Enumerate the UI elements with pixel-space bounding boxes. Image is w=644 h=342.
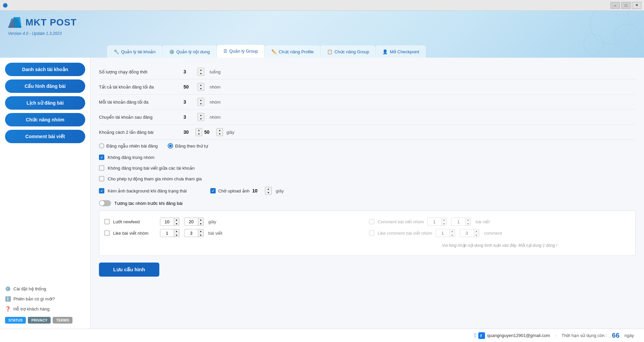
sidebar: Danh sách tài khoản Cấu hình đăng bài Lị… xyxy=(0,58,91,329)
luot-newfeed-spinner2[interactable]: ▲ ▼ xyxy=(184,218,204,226)
tat-ca-up[interactable]: ▲ xyxy=(198,83,204,87)
cai-dat-he-thong-link[interactable]: ⚙️ Cài đặt hệ thống xyxy=(5,285,85,292)
radio-thu-tu[interactable]: Đăng theo thứ tự xyxy=(168,143,208,149)
cho-phep-tu-dong-tham-gia-checkbox[interactable] xyxy=(99,176,104,181)
khoang-cach-spinner2[interactable]: ▲ ▼ xyxy=(216,128,223,136)
tab-quan-ly-noi-dung[interactable]: ⚙️ Quản lý nội dung xyxy=(163,46,216,58)
luot-newfeed-up1[interactable]: ▲ xyxy=(174,218,179,222)
khoang-cach-value1: 30 xyxy=(183,129,194,135)
terms-tag[interactable]: TERMS xyxy=(53,317,72,324)
so-luong-unit: luồng xyxy=(210,69,221,74)
comment-bai-viet-nhom-input1 xyxy=(428,218,441,225)
moi-tai-khoan-spinner[interactable]: ▲ ▼ xyxy=(198,98,204,106)
like-bai-viet-nhom-down2[interactable]: ▼ xyxy=(198,233,203,237)
like-bai-viet-nhom-spinner2[interactable]: ▲ ▼ xyxy=(184,229,204,237)
moi-tai-khoan-up[interactable]: ▲ xyxy=(198,98,204,102)
chuyen-tai-khoan-down[interactable]: ▼ xyxy=(198,117,204,121)
tab-icon-quan-ly-tai-khoan: 🔧 xyxy=(114,49,119,54)
khoang-cach-spinner1[interactable]: ▲ ▼ xyxy=(196,128,202,136)
like-comment-bai-viet-nhom-checkbox[interactable] xyxy=(369,230,374,236)
khong-dang-trung-bai-viet-checkbox[interactable] xyxy=(99,165,104,171)
minimize-button[interactable]: – xyxy=(610,2,620,9)
status-tag[interactable]: STATUS xyxy=(5,317,26,324)
chuyen-tai-khoan-spinner[interactable]: ▲ ▼ xyxy=(198,113,204,121)
like-bai-viet-nhom-input1[interactable] xyxy=(160,229,174,237)
cho-upload-anh-up[interactable]: ▲ xyxy=(265,187,271,191)
so-luong-up[interactable]: ▲ xyxy=(198,68,204,72)
radio-ngau-nhien[interactable]: Đăng ngẫu nhiên bài đăng xyxy=(99,143,158,149)
sidebar-tags: STATUS PRIVACY TERMS xyxy=(5,317,85,324)
maximize-button[interactable]: □ xyxy=(621,2,631,9)
kem-anh-background-checkbox[interactable] xyxy=(99,188,104,193)
comment-bai-viet-nhom-checkbox[interactable] xyxy=(369,219,374,224)
privacy-tag[interactable]: PRIVACY xyxy=(28,317,51,324)
tab-quan-ly-tai-khoan[interactable]: 🔧 Quản lý tài khoản xyxy=(107,46,162,58)
so-luong-spinner[interactable]: ▲ ▼ xyxy=(198,68,204,76)
luot-newfeed-input2[interactable] xyxy=(184,218,198,225)
help-icon: ❓ xyxy=(5,306,11,311)
like-comment-input2 xyxy=(460,229,474,237)
tab-chuc-nang-profile[interactable]: ✏️ Chức năng Profile xyxy=(265,46,320,58)
danh-sach-tai-khoan-button[interactable]: Danh sách tài khoản xyxy=(5,63,85,76)
like-comment-input1 xyxy=(436,229,449,237)
comment-bai-viet-nhom-down2: ▼ xyxy=(465,222,471,226)
like-bai-viet-nhom-spinner1[interactable]: ▲ ▼ xyxy=(160,229,179,237)
luot-newfeed-input1[interactable] xyxy=(160,218,174,225)
comment-bai-viet-nhom-unit: bài viết xyxy=(476,219,490,224)
close-button[interactable]: ✕ xyxy=(632,2,641,9)
comment-bai-viet-nhom-spinner1-btns: ▲ ▼ xyxy=(441,218,446,226)
phien-ban-moi-link[interactable]: ℹ️ Phiên bản có gì mới? xyxy=(5,295,85,302)
ho-tro-khach-hang-link[interactable]: ❓ Hỗ trợ khách hàng xyxy=(5,305,85,312)
like-bai-viet-nhom-down1[interactable]: ▼ xyxy=(174,233,179,237)
comment-placeholder-text: Vui lòng nhập nội dung bình luận vào đây… xyxy=(369,240,630,250)
like-bai-viet-nhom-checkbox[interactable] xyxy=(104,230,110,236)
cau-hinh-dang-bai-button[interactable]: Cấu hình đăng bài xyxy=(5,79,85,93)
khoang-cach-up2[interactable]: ▲ xyxy=(217,128,223,132)
so-luong-label: Số lượng chạy đồng thời xyxy=(99,69,179,74)
tat-ca-label: Tất cả tài khoản đăng tối đa xyxy=(99,84,179,90)
fb-icon-svg: f xyxy=(478,332,485,339)
tat-ca-spinner[interactable]: ▲ ▼ xyxy=(198,83,204,91)
luot-newfeed-down2[interactable]: ▼ xyxy=(198,222,203,226)
tat-ca-down[interactable]: ▼ xyxy=(198,87,204,91)
luot-newfeed-up2[interactable]: ▲ xyxy=(198,218,203,222)
comment-bai-viet-nhom-spinner1: ▲ ▼ xyxy=(427,218,447,226)
comment-bai-viet-nhom-down1: ▼ xyxy=(441,222,446,226)
tuong-tac-nhom-toggle[interactable] xyxy=(99,200,111,206)
like-bai-viet-nhom-up2[interactable]: ▲ xyxy=(198,229,203,233)
luot-newfeed-row: Lướt newfeed ▲ ▼ ▲ ▼ xyxy=(104,216,366,227)
tab-mo-checkpoint[interactable]: 👤 Mở Checkpoint xyxy=(376,46,425,58)
like-comment-spinner1: ▲ ▼ xyxy=(436,229,455,237)
chuyen-tai-khoan-up[interactable]: ▲ xyxy=(198,113,204,117)
luot-newfeed-spinner1[interactable]: ▲ ▼ xyxy=(160,218,179,226)
comment-bai-viet-button[interactable]: Comment bài viết xyxy=(5,130,85,143)
like-comment-up2: ▲ xyxy=(474,229,479,233)
post-order-radio-group: Đăng ngẫu nhiên bài đăng Đăng theo thứ t… xyxy=(99,140,636,152)
like-comment-spinner1-btns: ▲ ▼ xyxy=(449,229,455,237)
tab-label-chuc-nang-group: Chức năng Group xyxy=(334,49,369,54)
moi-tai-khoan-label: Mỗi tài khoản đăng tối đa xyxy=(99,100,179,105)
khoang-cach-down2[interactable]: ▼ xyxy=(217,132,223,136)
so-luong-chay-dong-thoi-row: Số lượng chạy đồng thời 3 ▲ ▼ luồng xyxy=(99,64,636,79)
luot-newfeed-spinner2-btns: ▲ ▼ xyxy=(198,218,203,226)
tab-chuc-nang-group[interactable]: 📋 Chức năng Group xyxy=(321,46,375,58)
cho-upload-anh-checkbox[interactable] xyxy=(210,188,216,193)
so-luong-down[interactable]: ▼ xyxy=(198,72,204,75)
like-bai-viet-nhom-up1[interactable]: ▲ xyxy=(174,229,179,233)
khoang-cach-down1[interactable]: ▼ xyxy=(196,132,202,136)
cho-upload-anh-down[interactable]: ▼ xyxy=(265,191,271,194)
khong-dang-trung-nhom-checkbox[interactable] xyxy=(99,155,104,160)
chuc-nang-nhom-button[interactable]: Chức năng nhóm xyxy=(5,113,85,126)
moi-tai-khoan-down[interactable]: ▼ xyxy=(198,102,204,106)
nav-tabs: 🔧 Quản lý tài khoản ⚙️ Quản lý nội dung … xyxy=(107,45,644,58)
logo: MKT POST xyxy=(7,16,77,29)
tab-quan-ly-group[interactable]: ☰ Quản lý Group xyxy=(217,45,264,58)
save-button[interactable]: Lưu cấu hình xyxy=(99,263,159,277)
settings-icon: ⚙️ xyxy=(5,286,11,291)
lich-su-dang-bai-button[interactable]: Lịch sử đăng bài xyxy=(5,96,85,110)
khoang-cach-up1[interactable]: ▲ xyxy=(196,128,202,132)
luot-newfeed-checkbox[interactable] xyxy=(104,219,110,224)
like-bai-viet-nhom-input2[interactable] xyxy=(184,229,198,237)
cho-upload-anh-spinner[interactable]: ▲ ▼ xyxy=(265,187,272,195)
luot-newfeed-down1[interactable]: ▼ xyxy=(174,222,179,226)
